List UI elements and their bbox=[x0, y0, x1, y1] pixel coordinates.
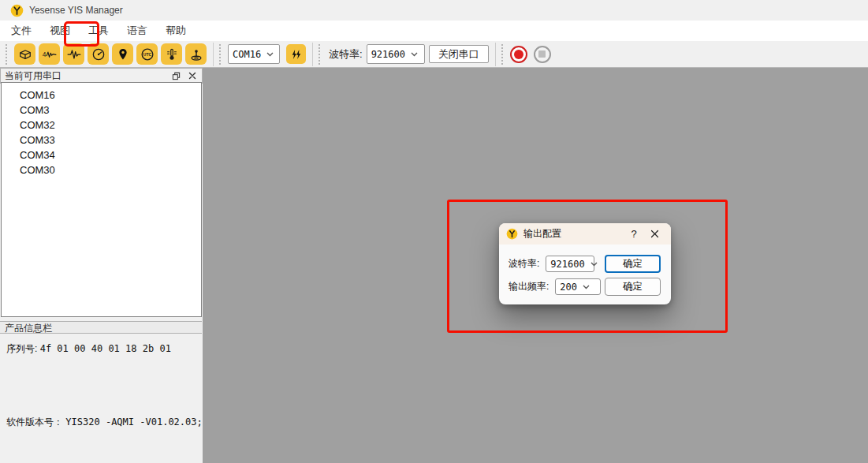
utc-clock-button[interactable]: UTC bbox=[136, 43, 158, 65]
list-item-port[interactable]: COM33 bbox=[2, 133, 201, 147]
magnetometer-knob-button[interactable] bbox=[185, 43, 207, 65]
dialog-baud-value: 921600 bbox=[550, 259, 584, 270]
close-icon bbox=[188, 72, 196, 80]
dialog-frequency-label: 输出频率: bbox=[509, 280, 549, 293]
refresh-ports-icon bbox=[289, 47, 304, 62]
yesense-logo-icon bbox=[10, 4, 24, 17]
thermometer-button[interactable] bbox=[161, 43, 182, 65]
output-frequency-row: 输出频率: 200 确定 bbox=[509, 278, 661, 296]
chevron-down-icon bbox=[266, 52, 274, 57]
svg-text:4: 4 bbox=[42, 50, 46, 58]
stop-button[interactable] bbox=[534, 46, 551, 63]
title-bar: Yesense YIS Manager bbox=[0, 0, 868, 21]
yesense-logo-icon bbox=[506, 228, 518, 240]
toolbar-separator bbox=[312, 43, 313, 66]
toolbar: 4 UTC bbox=[0, 41, 868, 68]
menu-view[interactable]: 视图 bbox=[42, 21, 78, 41]
port-select-value: COM16 bbox=[233, 49, 261, 60]
baud-rate-row: 波特率: 921600 确定 bbox=[509, 255, 661, 273]
thermometer-icon bbox=[164, 47, 180, 62]
menu-bar: 文件 视图 工具 语言 帮助 bbox=[0, 21, 868, 41]
angle-waveform-icon: 4 bbox=[42, 47, 58, 62]
chevron-down-icon bbox=[411, 52, 418, 57]
list-item-port[interactable]: COM16 bbox=[2, 88, 201, 103]
list-item-port[interactable]: COM32 bbox=[2, 118, 201, 133]
toolbar-separator bbox=[495, 43, 496, 66]
record-icon bbox=[514, 50, 523, 59]
refresh-ports-button[interactable] bbox=[286, 44, 306, 64]
dialog-frequency-value: 200 bbox=[560, 282, 577, 293]
dialog-title-bar: 输出配置 ? bbox=[499, 223, 671, 245]
list-item-port[interactable]: COM34 bbox=[2, 147, 201, 162]
toolbar-drag-handle[interactable] bbox=[319, 44, 323, 65]
gauge-button[interactable] bbox=[88, 43, 109, 65]
toolbar-drag-handle[interactable] bbox=[219, 44, 224, 65]
cube-3d-button[interactable] bbox=[14, 43, 35, 65]
baud-rate-label: 波特率: bbox=[329, 47, 363, 62]
toolbar-drag-handle[interactable] bbox=[6, 44, 10, 65]
dialog-help-button[interactable]: ? bbox=[625, 228, 643, 240]
main-workspace: 输出配置 ? 波特率: 921600 确定 bbox=[203, 68, 868, 463]
serial-number-line: 序列号: 4f 01 00 40 01 18 2b 01 bbox=[6, 342, 171, 356]
serial-number-label: 序列号: bbox=[6, 343, 37, 354]
app-window: Yesense YIS Manager 文件 视图 工具 语言 帮助 4 bbox=[0, 0, 868, 463]
menu-tools[interactable]: 工具 bbox=[80, 21, 117, 41]
baud-rate-value: 921600 bbox=[371, 49, 405, 60]
cube-3d-icon bbox=[17, 47, 33, 62]
chevron-down-icon bbox=[583, 285, 590, 289]
utc-clock-icon: UTC bbox=[140, 47, 155, 62]
list-item-port[interactable]: COM3 bbox=[2, 103, 201, 118]
close-serial-button[interactable]: 关闭串口 bbox=[429, 45, 489, 63]
toolbar-separator bbox=[213, 43, 214, 66]
close-icon bbox=[650, 230, 659, 238]
menu-file[interactable]: 文件 bbox=[3, 21, 39, 41]
product-info-header: 产品信息栏 bbox=[0, 321, 202, 334]
firmware-version-label: 软件版本号： bbox=[6, 416, 63, 428]
port-select[interactable]: COM16 bbox=[228, 44, 280, 64]
chevron-down-icon bbox=[590, 262, 598, 267]
dialog-close-button[interactable] bbox=[643, 230, 666, 238]
serial-number-value: 4f 01 00 40 01 18 2b 01 bbox=[40, 343, 171, 354]
list-item-port[interactable]: COM30 bbox=[2, 162, 201, 177]
pulse-waveform-icon bbox=[66, 47, 82, 62]
firmware-version-line: 软件版本号： YIS320 -AQMI -V01.02.03; bbox=[6, 416, 203, 429]
dialog-baud-label: 波特率: bbox=[509, 257, 539, 271]
location-pin-icon bbox=[115, 47, 131, 62]
dialog-baud-select[interactable]: 921600 bbox=[546, 256, 594, 272]
dock-close-button[interactable] bbox=[185, 70, 199, 82]
float-window-icon bbox=[172, 72, 181, 80]
toolbar-drag-handle[interactable] bbox=[501, 44, 506, 65]
magnetometer-knob-icon bbox=[188, 47, 204, 62]
dialog-frequency-select[interactable]: 200 bbox=[555, 278, 601, 295]
svg-text:UTC: UTC bbox=[143, 51, 151, 56]
dialog-baud-ok-button[interactable]: 确定 bbox=[605, 255, 661, 273]
firmware-version-value: YIS320 -AQMI -V01.02.03; bbox=[65, 416, 202, 428]
output-config-dialog: 输出配置 ? 波特率: 921600 确定 bbox=[499, 223, 671, 304]
serial-port-dock-panel: 当前可用串口 COM16 COM3 COM32 COM33 COM34 COM3… bbox=[0, 68, 203, 463]
dock-header: 当前可用串口 bbox=[0, 68, 203, 84]
window-title: Yesense YIS Manager bbox=[29, 5, 123, 16]
menu-help[interactable]: 帮助 bbox=[158, 21, 194, 41]
dock-title: 当前可用串口 bbox=[1, 69, 169, 83]
location-pin-button[interactable] bbox=[112, 43, 133, 65]
record-button[interactable] bbox=[510, 46, 527, 63]
pulse-waveform-button[interactable] bbox=[63, 43, 84, 65]
menu-language[interactable]: 语言 bbox=[119, 21, 155, 41]
angle-waveform-button[interactable]: 4 bbox=[39, 43, 60, 65]
gauge-icon bbox=[91, 47, 106, 62]
stop-icon bbox=[538, 50, 546, 58]
dock-float-button[interactable] bbox=[169, 70, 183, 82]
dialog-frequency-ok-button[interactable]: 确定 bbox=[605, 278, 661, 296]
dialog-title: 输出配置 bbox=[523, 227, 625, 241]
available-ports-list: COM16 COM3 COM32 COM33 COM34 COM30 bbox=[1, 82, 202, 317]
baud-rate-select[interactable]: 921600 bbox=[367, 44, 425, 64]
